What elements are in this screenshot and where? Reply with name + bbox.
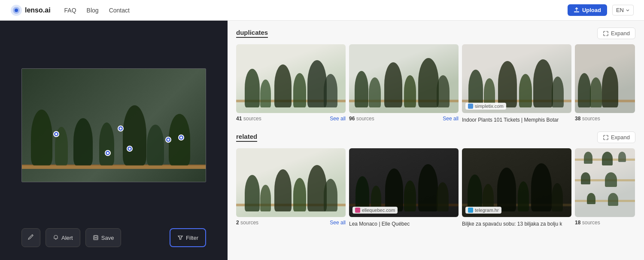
bottom-actions: Alert Save Filter	[21, 228, 206, 247]
svg-rect-6	[94, 238, 97, 239]
related-section-header: related Expand	[236, 132, 635, 143]
nav-faq[interactable]: FAQ	[64, 7, 76, 14]
duplicate-2-count: 96 sources	[349, 116, 374, 122]
related-images-grid: 2 sources See all	[236, 148, 635, 227]
related-3-source-badge: telegram.hr	[465, 207, 501, 214]
header-right: Upload EN	[568, 4, 634, 16]
related-2-badge-text: ellequebec.com	[362, 208, 395, 213]
duplicate-3-source-badge: simpletix.com	[465, 103, 506, 110]
logo-icon	[10, 4, 22, 16]
duplicate-3-badge-text: simpletix.com	[475, 104, 504, 109]
ellequebec-icon	[355, 208, 360, 213]
simpletix-icon	[468, 104, 473, 109]
alert-button[interactable]: Alert	[46, 228, 80, 247]
duplicate-1-see-all[interactable]: See all	[330, 116, 346, 122]
svg-rect-3	[574, 11, 579, 12]
save-button[interactable]: Save	[85, 228, 122, 247]
duplicate-1-count: 41 sources	[236, 116, 261, 122]
related-card-1-meta: 2 sources See all	[236, 217, 346, 226]
alert-label: Alert	[61, 235, 73, 241]
image-dot-5[interactable]	[127, 146, 133, 152]
save-label: Save	[101, 235, 114, 241]
query-image	[22, 69, 206, 182]
right-panel: duplicates Expand	[228, 21, 644, 260]
duplicate-2-see-all[interactable]: See all	[443, 116, 459, 122]
nav-blog[interactable]: Blog	[87, 7, 99, 14]
header-left: lenso.ai FAQ Blog Contact	[10, 4, 130, 16]
related-3-title: Biljke za spavaću sobu: 13 biljaka za bo…	[462, 221, 562, 227]
nav-contact[interactable]: Contact	[109, 7, 130, 14]
related-image-2[interactable]: ellequebec.com	[349, 148, 459, 217]
duplicate-card-1: 41 sources See all	[236, 44, 346, 123]
image-dot-3[interactable]	[165, 137, 171, 143]
duplicate-card-3-meta: Indoor Plants 101 Tickets | Memphis Bota…	[462, 113, 571, 123]
logo[interactable]: lenso.ai	[10, 4, 51, 16]
duplicate-card-2-meta: 96 sources See all	[349, 113, 459, 122]
telegram-icon	[468, 208, 473, 213]
duplicate-image-3[interactable]: simpletix.com	[462, 44, 571, 113]
header: lenso.ai FAQ Blog Contact Upload EN	[0, 0, 644, 21]
filter-label: Filter	[186, 235, 198, 241]
query-image-container	[21, 68, 206, 182]
duplicate-card-4: 38 sources	[575, 44, 635, 123]
duplicate-image-2[interactable]	[349, 44, 459, 113]
duplicate-card-2: 96 sources See all	[349, 44, 459, 123]
duplicate-image-4[interactable]	[575, 44, 635, 113]
related-card-2: ellequebec.com Lea Monaco | Elle Québec	[349, 148, 459, 227]
save-icon	[93, 235, 99, 241]
related-image-4[interactable]	[575, 148, 635, 217]
duplicate-card-3: simpletix.com Indoor Plants 101 Tickets …	[462, 44, 571, 123]
duplicates-images-grid: 41 sources See all	[236, 44, 635, 123]
expand-icon-2	[603, 135, 609, 141]
upload-icon	[574, 7, 580, 13]
duplicate-card-1-meta: 41 sources See all	[236, 113, 346, 122]
related-4-count: 18 sources	[575, 220, 600, 226]
svg-point-2	[15, 9, 18, 12]
chevron-down-icon	[626, 8, 630, 12]
image-dot-2[interactable]	[118, 125, 124, 132]
edit-icon	[27, 234, 34, 241]
related-2-source-badge: ellequebec.com	[352, 207, 398, 214]
main-layout: Alert Save Filter duplicates	[0, 21, 644, 260]
related-expand-button[interactable]: Expand	[597, 132, 635, 143]
duplicates-title: duplicates	[236, 29, 268, 38]
duplicates-section: duplicates Expand	[236, 28, 635, 123]
duplicates-expand-button[interactable]: Expand	[597, 28, 635, 39]
image-dot-6[interactable]	[105, 150, 111, 156]
filter-icon	[177, 235, 183, 241]
related-card-4: 18 sources	[575, 148, 635, 227]
bell-icon	[53, 235, 59, 241]
related-title: related	[236, 133, 257, 142]
duplicates-section-header: duplicates Expand	[236, 28, 635, 39]
image-dot-4[interactable]	[178, 135, 184, 141]
related-3-badge-text: telegram.hr	[475, 208, 499, 213]
related-1-see-all[interactable]: See all	[330, 220, 346, 226]
related-expand-label: Expand	[611, 134, 630, 141]
duplicates-expand-label: Expand	[611, 30, 630, 37]
related-card-1: 2 sources See all	[236, 148, 346, 227]
related-card-3: telegram.hr Biljke za spavaću sobu: 13 b…	[462, 148, 571, 227]
related-card-3-meta: Biljke za spavaću sobu: 13 biljaka za bo…	[462, 217, 571, 227]
upload-label: Upload	[582, 7, 601, 13]
upload-button[interactable]: Upload	[568, 4, 607, 16]
duplicate-4-count: 38 sources	[575, 116, 600, 122]
related-1-count: 2 sources	[236, 220, 258, 226]
related-card-2-meta: Lea Monaco | Elle Québec	[349, 217, 459, 227]
filter-button[interactable]: Filter	[170, 228, 206, 247]
image-dot-1[interactable]	[53, 131, 59, 137]
duplicate-image-1[interactable]	[236, 44, 346, 113]
duplicate-3-title: Indoor Plants 101 Tickets | Memphis Bota…	[462, 117, 559, 123]
language-button[interactable]: EN	[612, 5, 634, 15]
nav: FAQ Blog Contact	[64, 7, 130, 14]
logo-text: lenso.ai	[25, 6, 51, 14]
edit-button[interactable]	[21, 228, 40, 247]
related-image-3[interactable]: telegram.hr	[462, 148, 571, 217]
related-2-title: Lea Monaco | Elle Québec	[349, 221, 410, 227]
related-image-1[interactable]	[236, 148, 346, 217]
related-card-4-meta: 18 sources	[575, 217, 635, 226]
related-section: related Expand	[236, 132, 635, 227]
lang-label: EN	[616, 7, 624, 13]
duplicate-card-4-meta: 38 sources	[575, 113, 635, 122]
left-panel: Alert Save Filter	[0, 21, 228, 260]
expand-icon	[603, 31, 609, 37]
